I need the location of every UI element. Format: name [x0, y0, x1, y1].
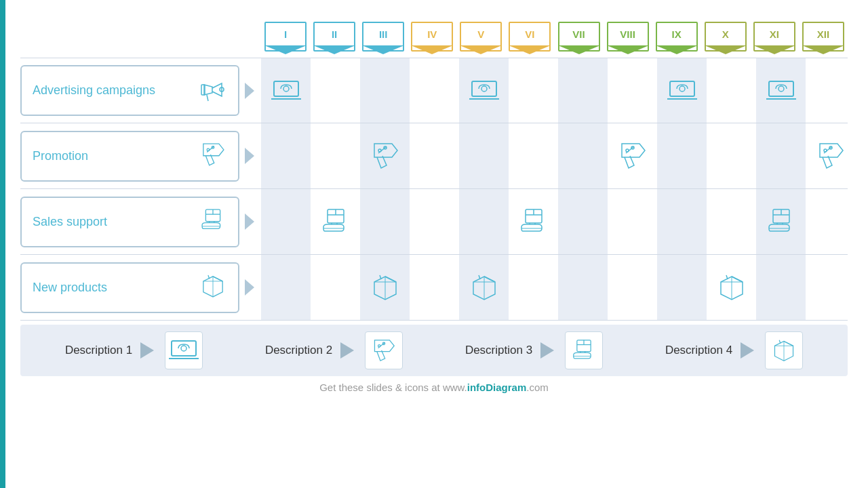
svg-point-4 — [283, 86, 289, 92]
month-cell-III: III — [359, 19, 408, 56]
cell-icon-2-1 — [318, 204, 353, 239]
month-cell-IV: IV — [408, 19, 456, 56]
cell-icon-0-0 — [269, 73, 304, 108]
label-arrow-0 — [245, 83, 254, 99]
legend-item-2: Description 3 — [465, 331, 603, 369]
label-arrow-2 — [245, 214, 254, 230]
cell-icon-0-8 — [665, 73, 700, 108]
grid-cell-1-5 — [509, 123, 558, 188]
cell-icon-1-2 — [368, 138, 403, 174]
cell-icon-1-7 — [615, 138, 650, 174]
grid-cell-2-9 — [707, 189, 756, 254]
grid-cell-0-9 — [707, 58, 756, 123]
activity-row-3: New products — [20, 255, 848, 321]
legend-icon-box-3 — [765, 331, 803, 369]
label-icon-0 — [197, 74, 229, 108]
legend-arrow-0 — [138, 340, 159, 361]
grid-cell-1-3 — [410, 123, 459, 188]
activity-row-2: Sales support — [20, 189, 848, 255]
grid-cell-1-7 — [608, 123, 657, 188]
grid-cell-1-8 — [657, 123, 707, 188]
grid-cell-3-5 — [509, 255, 558, 320]
month-cell-IX: IX — [652, 19, 701, 56]
grid-cell-0-6 — [558, 58, 608, 123]
svg-point-16 — [778, 86, 784, 92]
grid-cell-0-11 — [806, 58, 855, 123]
grid-cell-0-4 — [459, 58, 509, 123]
cell-icon-3-2 — [368, 270, 403, 305]
grid-cell-1-10 — [756, 123, 806, 188]
svg-rect-6 — [472, 81, 496, 96]
grid-cell-3-1 — [311, 255, 360, 320]
grid-cell-1-9 — [707, 123, 756, 188]
legend-label-1: Description 2 — [265, 344, 332, 357]
left-accent — [0, 0, 5, 488]
grid-cell-3-2 — [360, 255, 410, 320]
grid-cell-2-4 — [459, 189, 509, 254]
grid-cell-0-5 — [509, 58, 558, 123]
month-cell-VII: VII — [554, 19, 603, 56]
legend-label-3: Description 4 — [665, 344, 732, 357]
legend-arrow-1 — [338, 340, 359, 361]
cell-icon-0-10 — [764, 73, 799, 108]
label-box-2: Sales support — [20, 197, 239, 247]
table-area: Advertising campaigns Promotion — [20, 58, 848, 321]
label-box-0: Advertising campaigns — [20, 65, 239, 116]
label-cell-3: New products — [20, 255, 261, 320]
month-cell-II: II — [310, 19, 359, 56]
svg-line-51 — [385, 277, 396, 282]
grid-cells-2 — [261, 189, 855, 254]
month-cell-VIII: VIII — [604, 19, 652, 56]
label-box-1: Promotion — [20, 131, 239, 182]
grid-cell-3-10 — [756, 255, 806, 320]
grid-cell-3-9 — [707, 255, 756, 320]
svg-line-57 — [732, 277, 743, 282]
activity-row-0: Advertising campaigns — [20, 58, 848, 123]
label-text-0: Advertising campaigns — [33, 83, 155, 98]
svg-line-22 — [378, 146, 387, 153]
grid-cell-2-0 — [261, 189, 311, 254]
svg-line-63 — [378, 342, 385, 348]
grid-cell-2-7 — [608, 189, 657, 254]
label-cell-0: Advertising campaigns — [20, 58, 261, 123]
grid-cell-0-0 — [261, 58, 311, 123]
grid-cell-2-10 — [756, 189, 806, 254]
legend-icon-box-2 — [565, 331, 603, 369]
label-icon-1 — [197, 139, 229, 173]
grid-cell-2-5 — [509, 189, 558, 254]
month-cell-VI: VI — [505, 19, 554, 56]
svg-line-48 — [213, 277, 222, 281]
footer-text: Get these slides & icons at www.infoDiag… — [20, 382, 848, 393]
grid-cell-2-2 — [360, 189, 410, 254]
grid-cell-0-8 — [657, 58, 707, 123]
grid-cell-1-11 — [806, 123, 855, 188]
label-icon-2 — [197, 205, 229, 239]
legend-item-1: Description 2 — [265, 331, 403, 369]
legend-icon-box-1 — [365, 331, 403, 369]
header — [0, 0, 868, 19]
grid-cell-3-8 — [657, 255, 707, 320]
month-cell-I: I — [261, 19, 310, 56]
label-icon-3 — [197, 270, 229, 304]
svg-rect-10 — [670, 81, 694, 96]
svg-point-12 — [679, 86, 685, 92]
svg-rect-0 — [201, 85, 205, 95]
legend-item-3: Description 4 — [665, 331, 803, 369]
svg-line-28 — [824, 146, 832, 153]
grid-cell-1-1 — [311, 123, 360, 188]
months-row: IIIIIIIVVVIVIIVIIIIXXXIXII — [261, 19, 848, 56]
legend-label-2: Description 3 — [465, 344, 532, 357]
cell-icon-1-11 — [813, 138, 848, 174]
svg-line-54 — [484, 277, 495, 282]
legend-item-0: Description 1 — [65, 331, 203, 369]
label-text-3: New products — [33, 280, 107, 296]
grid-cell-0-1 — [311, 58, 360, 123]
grid-cell-0-7 — [608, 58, 657, 123]
label-text-2: Sales support — [33, 214, 107, 230]
svg-rect-58 — [172, 341, 196, 356]
cell-icon-3-9 — [714, 270, 749, 305]
grid-cell-3-3 — [410, 255, 459, 320]
grid-cell-3-6 — [558, 255, 608, 320]
legend-arrow-2 — [538, 340, 559, 361]
svg-point-60 — [181, 346, 186, 351]
